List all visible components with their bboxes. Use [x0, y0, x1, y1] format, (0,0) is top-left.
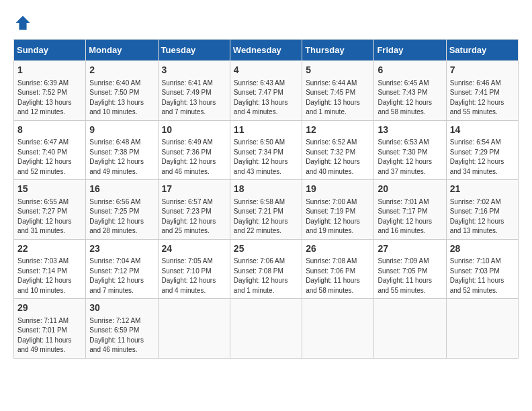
day-number: 6 — [378, 64, 442, 77]
day-info: Sunrise: 6:47 AM Sunset: 7:40 PM Dayligh… — [17, 138, 82, 177]
day-info: Sunrise: 6:45 AM Sunset: 7:43 PM Dayligh… — [378, 79, 442, 118]
calendar-cell: 29Sunrise: 7:11 AM Sunset: 7:01 PM Dayli… — [14, 299, 86, 359]
day-info: Sunrise: 7:06 AM Sunset: 7:08 PM Dayligh… — [234, 257, 298, 295]
calendar-cell: 16Sunrise: 6:56 AM Sunset: 7:25 PM Dayli… — [86, 180, 158, 240]
day-number: 26 — [306, 242, 370, 256]
calendar-cell: 23Sunrise: 7:04 AM Sunset: 7:12 PM Dayli… — [86, 239, 158, 299]
day-number: 27 — [378, 242, 442, 256]
calendar-cell: 21Sunrise: 7:02 AM Sunset: 7:16 PM Dayli… — [446, 180, 518, 240]
day-number: 10 — [162, 124, 226, 137]
header-thursday: Thursday — [302, 40, 374, 61]
calendar-week-4: 22Sunrise: 7:03 AM Sunset: 7:14 PM Dayli… — [14, 239, 519, 299]
day-info: Sunrise: 6:48 AM Sunset: 7:38 PM Dayligh… — [89, 138, 154, 177]
day-info: Sunrise: 7:01 AM Sunset: 7:17 PM Dayligh… — [378, 197, 442, 236]
day-info: Sunrise: 6:52 AM Sunset: 7:32 PM Dayligh… — [306, 138, 370, 177]
calendar-week-5: 29Sunrise: 7:11 AM Sunset: 7:01 PM Dayli… — [14, 299, 519, 359]
calendar-cell — [446, 299, 518, 359]
calendar-cell: 27Sunrise: 7:09 AM Sunset: 7:05 PM Dayli… — [374, 239, 446, 299]
header-sunday: Sunday — [14, 40, 86, 61]
day-info: Sunrise: 6:40 AM Sunset: 7:50 PM Dayligh… — [89, 79, 154, 118]
logo-icon — [13, 13, 32, 32]
day-number: 13 — [378, 124, 442, 137]
header-monday: Monday — [86, 40, 158, 61]
day-info: Sunrise: 6:58 AM Sunset: 7:21 PM Dayligh… — [234, 197, 298, 236]
day-number: 11 — [234, 124, 298, 137]
day-number: 20 — [378, 183, 442, 196]
day-number: 9 — [89, 124, 154, 137]
calendar-cell: 12Sunrise: 6:52 AM Sunset: 7:32 PM Dayli… — [302, 120, 374, 180]
calendar-cell: 8Sunrise: 6:47 AM Sunset: 7:40 PM Daylig… — [14, 120, 86, 180]
calendar-week-1: 1Sunrise: 6:39 AM Sunset: 7:52 PM Daylig… — [14, 61, 519, 121]
day-number: 17 — [162, 183, 226, 196]
day-number: 21 — [450, 183, 515, 196]
day-number: 30 — [89, 302, 154, 315]
day-info: Sunrise: 6:43 AM Sunset: 7:47 PM Dayligh… — [234, 79, 298, 118]
day-number: 23 — [89, 242, 154, 256]
day-info: Sunrise: 7:09 AM Sunset: 7:05 PM Dayligh… — [378, 257, 442, 295]
day-number: 4 — [234, 64, 298, 77]
header-wednesday: Wednesday — [230, 40, 302, 61]
calendar-cell: 6Sunrise: 6:45 AM Sunset: 7:43 PM Daylig… — [374, 61, 446, 121]
day-info: Sunrise: 7:04 AM Sunset: 7:12 PM Dayligh… — [89, 257, 154, 295]
calendar-cell: 5Sunrise: 6:44 AM Sunset: 7:45 PM Daylig… — [302, 61, 374, 121]
day-number: 29 — [17, 302, 82, 315]
day-info: Sunrise: 7:02 AM Sunset: 7:16 PM Dayligh… — [450, 197, 515, 236]
calendar-cell: 26Sunrise: 7:08 AM Sunset: 7:06 PM Dayli… — [302, 239, 374, 299]
calendar-cell: 13Sunrise: 6:53 AM Sunset: 7:30 PM Dayli… — [374, 120, 446, 180]
day-info: Sunrise: 6:55 AM Sunset: 7:27 PM Dayligh… — [17, 197, 82, 236]
day-info: Sunrise: 6:50 AM Sunset: 7:34 PM Dayligh… — [234, 138, 298, 177]
day-number: 25 — [234, 242, 298, 256]
calendar-cell: 24Sunrise: 7:05 AM Sunset: 7:10 PM Dayli… — [158, 239, 230, 299]
calendar-cell: 9Sunrise: 6:48 AM Sunset: 7:38 PM Daylig… — [86, 120, 158, 180]
day-number: 24 — [162, 242, 226, 256]
calendar-cell: 7Sunrise: 6:46 AM Sunset: 7:41 PM Daylig… — [446, 61, 518, 121]
day-info: Sunrise: 6:54 AM Sunset: 7:29 PM Dayligh… — [450, 138, 515, 177]
header-tuesday: Tuesday — [158, 40, 230, 61]
day-info: Sunrise: 7:11 AM Sunset: 7:01 PM Dayligh… — [17, 316, 82, 355]
calendar-cell: 2Sunrise: 6:40 AM Sunset: 7:50 PM Daylig… — [86, 61, 158, 121]
calendar-week-2: 8Sunrise: 6:47 AM Sunset: 7:40 PM Daylig… — [14, 120, 519, 180]
calendar-cell: 18Sunrise: 6:58 AM Sunset: 7:21 PM Dayli… — [230, 180, 302, 240]
calendar-cell: 3Sunrise: 6:41 AM Sunset: 7:49 PM Daylig… — [158, 61, 230, 121]
day-info: Sunrise: 6:41 AM Sunset: 7:49 PM Dayligh… — [162, 79, 226, 118]
logo — [13, 13, 35, 32]
calendar-cell: 4Sunrise: 6:43 AM Sunset: 7:47 PM Daylig… — [230, 61, 302, 121]
day-number: 16 — [89, 183, 154, 196]
day-info: Sunrise: 6:49 AM Sunset: 7:36 PM Dayligh… — [162, 138, 226, 177]
header-friday: Friday — [374, 40, 446, 61]
calendar-body: 1Sunrise: 6:39 AM Sunset: 7:52 PM Daylig… — [14, 61, 519, 359]
calendar-cell: 15Sunrise: 6:55 AM Sunset: 7:27 PM Dayli… — [14, 180, 86, 240]
calendar-table: SundayMondayTuesdayWednesdayThursdayFrid… — [13, 39, 519, 359]
calendar-cell: 30Sunrise: 7:12 AM Sunset: 6:59 PM Dayli… — [86, 299, 158, 359]
day-number: 7 — [450, 64, 515, 77]
day-info: Sunrise: 7:12 AM Sunset: 6:59 PM Dayligh… — [89, 316, 154, 355]
day-info: Sunrise: 6:44 AM Sunset: 7:45 PM Dayligh… — [306, 79, 370, 118]
day-info: Sunrise: 6:53 AM Sunset: 7:30 PM Dayligh… — [378, 138, 442, 177]
day-number: 12 — [306, 124, 370, 137]
calendar-cell — [158, 299, 230, 359]
day-number: 3 — [162, 64, 226, 77]
calendar-cell: 10Sunrise: 6:49 AM Sunset: 7:36 PM Dayli… — [158, 120, 230, 180]
calendar-cell: 22Sunrise: 7:03 AM Sunset: 7:14 PM Dayli… — [14, 239, 86, 299]
calendar-cell: 19Sunrise: 7:00 AM Sunset: 7:19 PM Dayli… — [302, 180, 374, 240]
day-info: Sunrise: 6:39 AM Sunset: 7:52 PM Dayligh… — [17, 79, 82, 118]
day-number: 5 — [306, 64, 370, 77]
calendar-cell: 11Sunrise: 6:50 AM Sunset: 7:34 PM Dayli… — [230, 120, 302, 180]
day-info: Sunrise: 7:08 AM Sunset: 7:06 PM Dayligh… — [306, 257, 370, 295]
day-info: Sunrise: 6:57 AM Sunset: 7:23 PM Dayligh… — [162, 197, 226, 236]
calendar-header-row: SundayMondayTuesdayWednesdayThursdayFrid… — [14, 40, 519, 61]
day-number: 18 — [234, 183, 298, 196]
calendar-cell — [230, 299, 302, 359]
day-info: Sunrise: 7:10 AM Sunset: 7:03 PM Dayligh… — [450, 257, 515, 295]
svg-marker-0 — [16, 16, 30, 30]
day-info: Sunrise: 7:00 AM Sunset: 7:19 PM Dayligh… — [306, 197, 370, 236]
day-number: 2 — [89, 64, 154, 77]
header-saturday: Saturday — [446, 40, 518, 61]
calendar-cell — [374, 299, 446, 359]
calendar-cell: 25Sunrise: 7:06 AM Sunset: 7:08 PM Dayli… — [230, 239, 302, 299]
day-number: 19 — [306, 183, 370, 196]
day-number: 14 — [450, 124, 515, 137]
day-number: 1 — [17, 64, 82, 77]
day-number: 28 — [450, 242, 515, 256]
calendar-cell: 20Sunrise: 7:01 AM Sunset: 7:17 PM Dayli… — [374, 180, 446, 240]
